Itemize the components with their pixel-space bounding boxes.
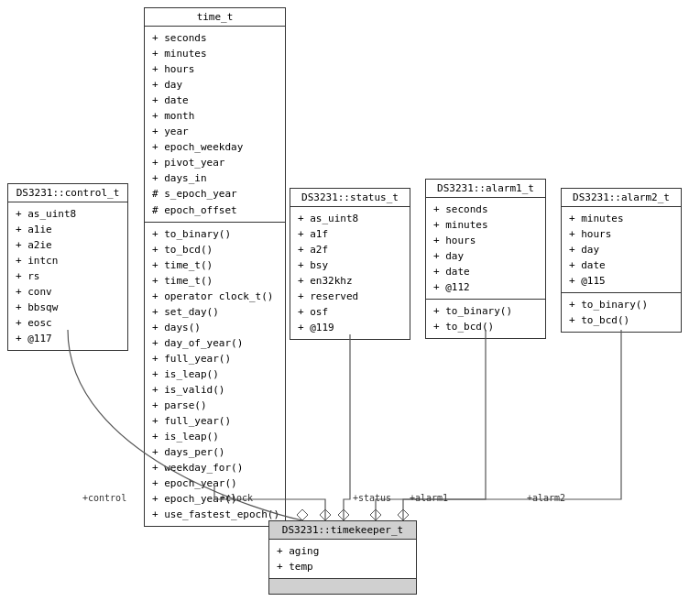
- class-timekeeper-t-footer: [269, 579, 416, 594]
- class-timekeeper-t-header: DS3231::timekeeper_t: [269, 521, 416, 540]
- class-alarm2-t-methods: + to_binary() + to_bcd(): [562, 293, 681, 332]
- class-alarm1-t-header: DS3231::alarm1_t: [426, 180, 545, 198]
- class-control-t-header: DS3231::control_t: [8, 184, 127, 202]
- class-timekeeper-t-attributes: + aging + temp: [269, 540, 416, 579]
- class-time-t-attributes: + seconds + minutes + hours + day + date…: [145, 27, 285, 223]
- label-alarm1: +alarm1: [410, 493, 448, 503]
- class-alarm1-t-attributes: + seconds + minutes + hours + day + date…: [426, 198, 545, 300]
- label-alarm2: +alarm2: [527, 493, 565, 503]
- class-status-t: DS3231::status_t + as_uint8 + a1f + a2f …: [290, 188, 410, 340]
- svg-marker-0: [297, 509, 308, 520]
- label-clock: +clock: [220, 493, 253, 503]
- label-control: +control: [82, 493, 126, 503]
- class-time-t-methods: + to_binary() + to_bcd() + time_t() + ti…: [145, 223, 285, 527]
- svg-marker-3: [370, 509, 381, 520]
- class-control-t: DS3231::control_t + as_uint8 + a1ie + a2…: [7, 183, 128, 351]
- class-status-t-header: DS3231::status_t: [290, 189, 410, 207]
- diagram-container: time_t + seconds + minutes + hours + day…: [0, 0, 700, 612]
- class-control-t-attributes: + as_uint8 + a1ie + a2ie + intcn + rs + …: [8, 202, 127, 350]
- svg-marker-2: [338, 509, 349, 520]
- class-time-t: time_t + seconds + minutes + hours + day…: [144, 7, 286, 527]
- class-alarm2-t-header: DS3231::alarm2_t: [562, 189, 681, 207]
- class-alarm1-t-methods: + to_binary() + to_bcd(): [426, 300, 545, 338]
- svg-marker-4: [398, 509, 409, 520]
- class-alarm1-t: DS3231::alarm1_t + seconds + minutes + h…: [425, 179, 546, 339]
- class-time-t-header: time_t: [145, 8, 285, 27]
- class-status-t-attributes: + as_uint8 + a1f + a2f + bsy + en32khz +…: [290, 207, 410, 339]
- label-status: +status: [353, 493, 391, 503]
- svg-marker-1: [320, 509, 331, 520]
- class-timekeeper-t: DS3231::timekeeper_t + aging + temp: [268, 520, 417, 595]
- class-alarm2-t-attributes: + minutes + hours + day + date + @115: [562, 207, 681, 293]
- class-alarm2-t: DS3231::alarm2_t + minutes + hours + day…: [561, 188, 682, 333]
